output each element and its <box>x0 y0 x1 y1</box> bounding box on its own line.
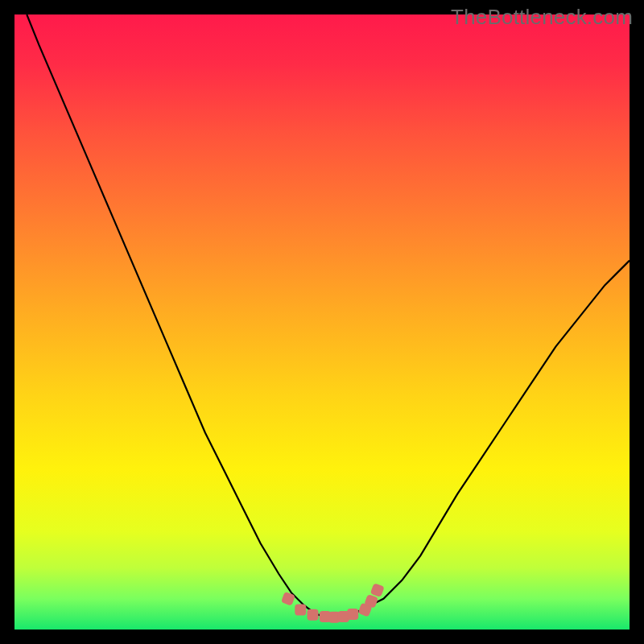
gradient-background <box>14 14 630 630</box>
bottleneck-chart <box>14 14 630 630</box>
marker-point <box>295 605 306 616</box>
watermark-text: TheBottleneck.com <box>451 5 633 30</box>
chart-frame: TheBottleneck.com <box>0 0 644 644</box>
marker-point <box>308 609 319 621</box>
marker-point <box>347 609 358 620</box>
plot-area <box>14 14 630 630</box>
